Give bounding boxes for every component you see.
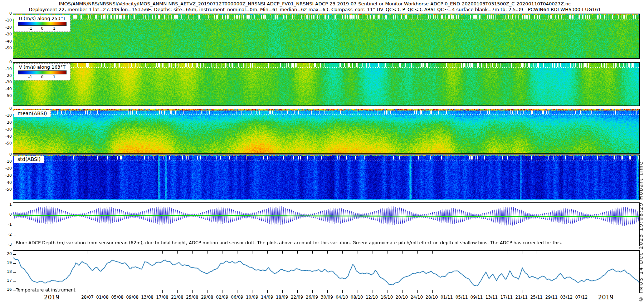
v_velocity-colorbar-tick: 1 — [53, 75, 55, 79]
temperature-plot-area — [13, 251, 639, 293]
panel-u_velocity: U (m/s) along 253°T-101 — [13, 14, 640, 59]
temperature-ytick: 16 — [0, 288, 12, 292]
depth_variation-ytick: 0 — [0, 212, 12, 217]
u_velocity-plot-area — [13, 14, 639, 58]
year-label-left: 2019 — [38, 294, 66, 301]
depth-variation-note: Blue: ADCP Depth (m) variation from sens… — [16, 240, 562, 245]
u_velocity-legend-title: U (m/s) along 253°T — [18, 16, 67, 21]
depth_variation-ytick: -2 — [0, 232, 12, 237]
figure-title-line1: IMOS/ANMN/NRS/NRSNSI/Velocity/IMOS_ANMN-… — [0, 1, 630, 6]
v_velocity-colorbar-tick: 0 — [41, 75, 44, 79]
depth_variation-ytick: -1 — [0, 222, 12, 227]
v_velocity-plot-area — [13, 63, 639, 106]
v_velocity-colorbar-tick: -1 — [28, 75, 32, 79]
temperature-ytick: 19 — [0, 261, 12, 265]
u_velocity-legend: U (m/s) along 253°T-101 — [14, 15, 70, 32]
u_velocity-colorbar-tick: -1 — [28, 26, 32, 31]
panel-std_absi: std(ABSI) — [13, 155, 640, 200]
figure-title-line2: Deployment 22, member 1 lat=27.34S lon=1… — [0, 7, 630, 12]
u_velocity-ytick: -10 — [0, 18, 12, 23]
panel-temperature: Temperature at instrument — [13, 250, 640, 293]
u_velocity-ytick: -30 — [0, 32, 12, 36]
mean_absi-ytick: -50 — [0, 141, 12, 146]
date-tick-label: 07/12 — [571, 295, 591, 300]
v_velocity-legend-title: V (m/s) along 163°T — [18, 64, 67, 70]
std_absi-plot-area — [13, 155, 639, 200]
u_velocity-ytick: 0 — [0, 11, 12, 16]
v_velocity-ytick: -40 — [0, 87, 12, 91]
u_velocity-colorbar-tick: 0 — [41, 26, 44, 31]
v_velocity-colorbar — [18, 70, 67, 74]
temperature-ytick: 18 — [0, 270, 12, 274]
panel-mean_absi: mean(ABSI) — [13, 109, 640, 154]
depth_variation-ytick: -3 — [0, 242, 12, 247]
u_velocity-colorbar — [18, 22, 67, 26]
mean_absi-plot-area — [13, 109, 639, 153]
std_absi-ytick: -50 — [0, 187, 12, 192]
v_velocity-colorbar-ticks: -101 — [18, 74, 66, 79]
u_velocity-colorbar-ticks: -101 — [18, 26, 66, 30]
depth_variation-plot-area — [13, 203, 639, 246]
v_velocity-ytick: -50 — [0, 94, 12, 98]
u_velocity-ytick: -50 — [0, 46, 12, 50]
v_velocity-ytick: -10 — [0, 67, 12, 71]
u_velocity-ytick: -40 — [0, 39, 12, 44]
v_velocity-ytick: -30 — [0, 80, 12, 84]
panel-v_velocity: V (m/s) along 163°T-101 — [13, 62, 640, 106]
std_absi-ytick: -10 — [0, 160, 12, 164]
std_absi-label: std(ABSI) — [14, 156, 44, 163]
mean_absi-ytick: -20 — [0, 121, 12, 125]
v_velocity-ytick: -20 — [0, 74, 12, 78]
mean_absi-ytick: -40 — [0, 134, 12, 139]
credit-vertical-text: © IMOS 14-Dec-2025 19:08:29 Hobart time — [638, 161, 644, 302]
temperature-ytick: 20 — [0, 252, 12, 256]
v_velocity-ytick: 0 — [0, 60, 12, 64]
std_absi-ytick: -30 — [0, 173, 12, 178]
std_absi-ytick: -40 — [0, 181, 12, 185]
std_absi-ytick: 0 — [0, 152, 12, 157]
mean_absi-label: mean(ABSI) — [14, 110, 51, 117]
temperature-label: Temperature at instrument — [16, 287, 75, 293]
depth_variation-ytick: 1 — [0, 202, 12, 207]
mean_absi-ytick: 0 — [0, 107, 12, 111]
mean_absi-ytick: -30 — [0, 127, 12, 132]
u_velocity-colorbar-tick: 1 — [53, 26, 55, 31]
panel-depth_variation: Blue: ADCP Depth (m) variation from sens… — [13, 202, 640, 246]
temperature-ytick: 17 — [0, 279, 12, 283]
mean_absi-ytick: -10 — [0, 113, 12, 118]
figure-root: IMOS/ANMN/NRS/NRSNSI/Velocity/IMOS_ANMN-… — [0, 0, 644, 304]
std_absi-ytick: -20 — [0, 166, 12, 171]
v_velocity-legend: V (m/s) along 163°T-101 — [14, 63, 70, 80]
year-label-right: 2019 — [591, 294, 620, 301]
u_velocity-ytick: -20 — [0, 25, 12, 30]
